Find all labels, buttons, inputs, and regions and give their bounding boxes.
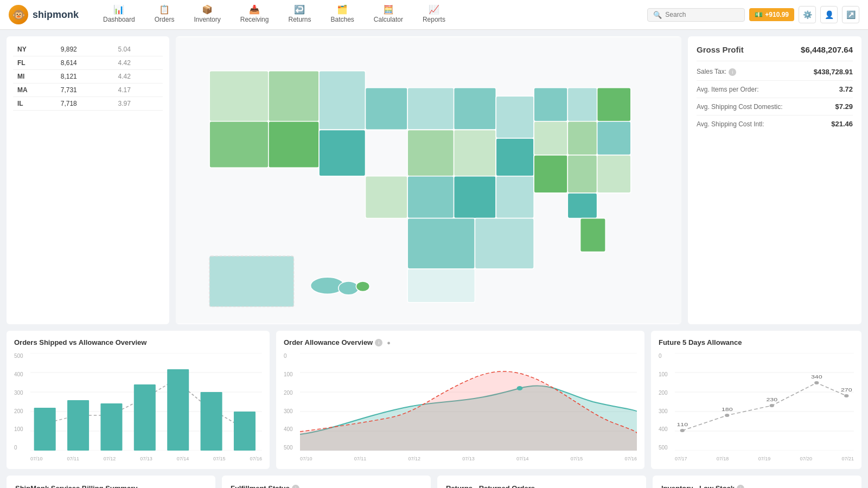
svg-rect-19 [597,121,631,155]
nav-item-reports[interactable]: 📈Reports [413,0,455,30]
svg-rect-4 [365,88,407,130]
svg-text:110: 110 [676,422,688,427]
svg-rect-32 [209,256,293,306]
svg-rect-43 [67,400,89,451]
svg-rect-29 [567,193,597,219]
returns-card: Returns - Returned Orders 🏭 113 [437,476,646,488]
nav-item-receiving[interactable]: 📥Receiving [231,0,279,30]
bottom-row: ShipMonk Services Billing Summary Curren… [7,476,861,488]
state-value: 8,121 [56,70,114,84]
svg-rect-12 [496,96,534,138]
x-label: 07/15 [213,456,226,461]
allowance-x-labels: 07/10 07/11 07/12 07/13 07/14 07/15 07/1… [300,456,637,461]
future-chart-title: Future 5 Days Allowance [659,338,854,346]
state-table-row: NY9,8925.04 [13,43,163,56]
stat-row: Avg. Shipping Cost Intl:$21.46 [697,115,853,132]
shipped-vs-allowance-chart: Orders Shipped vs Allowance Overview 010… [7,331,270,469]
dollar-icon: 💵 [755,11,763,18]
nav-item-inventory[interactable]: 📦Inventory [184,0,230,30]
nav-item-dashboard[interactable]: 📊Dashboard [93,0,145,30]
shipped-svg [30,353,262,451]
svg-point-34 [339,281,359,295]
nav-item-returns[interactable]: ↩️Returns [278,0,321,30]
shipped-x-labels: 07/1007/1107/1207/1307/1407/1507/16 [30,456,262,461]
stat-label: Avg. Shipping Cost Domestic: [697,103,783,111]
state-value: 8,614 [56,56,114,70]
search-input[interactable] [665,11,739,18]
y-label: 400 [14,371,29,377]
x-label: 07/10 [30,456,43,461]
svg-rect-47 [201,392,222,451]
inventory-title: Inventory - Low Stock [661,484,735,488]
x-label: 07/13 [140,456,152,461]
user-button[interactable]: 👤 [820,6,838,23]
svg-rect-27 [407,218,475,268]
logout-button[interactable]: ↗️ [842,6,859,23]
svg-text:340: 340 [811,374,822,380]
receiving-icon: 📥 [249,4,260,15]
settings-button[interactable]: ⚙️ [799,6,816,23]
calculator-label: Calculator [374,16,403,23]
search-box[interactable]: 🔍 [647,8,745,22]
svg-rect-7 [319,130,365,176]
svg-rect-1 [209,71,269,121]
logo[interactable]: 🐵 shipmonk [9,5,85,24]
svg-point-66 [844,394,848,397]
svg-rect-46 [167,369,189,451]
svg-rect-26 [597,155,631,193]
svg-rect-8 [407,88,454,130]
orders-label: Orders [155,16,175,23]
billing-card: ShipMonk Services Billing Summary Curren… [7,476,215,488]
stat-info-icon[interactable]: i [729,68,736,76]
state-pct: 4.17 [114,84,163,97]
state-table: NY9,8925.04FL8,6144.42MI8,1214.42MA7,731… [13,43,163,111]
order-allowance-chart: Order Allowance Overview i ● 500 400 300… [276,331,644,469]
allowance-chart-area: 500 400 300 200 100 0 [284,353,637,461]
us-map [176,36,681,324]
charts-row: Orders Shipped vs Allowance Overview 010… [7,331,861,469]
nav-item-orders[interactable]: 📋Orders [145,0,184,30]
map-card [176,36,681,324]
allowance-y-labels: 500 400 300 200 100 0 [284,353,299,451]
balance-badge[interactable]: 💵 +910.99 [749,8,794,21]
state-pct: 4.42 [114,70,163,84]
y-label: 500 [14,353,29,359]
future-chart-area: 500 400 300 200 100 0 [659,353,854,461]
stat-value: $21.46 [831,120,853,128]
receiving-label: Receiving [240,16,269,23]
dashboard-label: Dashboard [103,16,135,23]
allowance-chart-title: Order Allowance Overview [284,338,373,346]
svg-rect-9 [454,88,496,130]
shipped-chart-title: Orders Shipped vs Allowance Overview [14,338,262,346]
svg-rect-17 [534,121,567,155]
state-value: 9,892 [56,43,114,56]
svg-rect-23 [496,176,534,219]
inventory-info-icon[interactable]: i [737,485,744,488]
svg-text:180: 180 [722,407,733,412]
search-icon: 🔍 [653,11,662,19]
nav-right: 🔍 💵 +910.99 ⚙️ 👤 ↗️ [647,6,859,23]
x-label: 07/14 [177,456,189,461]
svg-rect-24 [534,155,567,193]
allowance-info-icon[interactable]: i [375,339,382,346]
fulfillment-info-icon[interactable]: i [292,485,299,488]
svg-rect-2 [269,71,319,121]
state-table-card: NY9,8925.04FL8,6144.42MI8,1214.42MA7,731… [7,36,169,324]
dashboard-icon: 📊 [113,4,124,15]
nav-item-batches[interactable]: 🗂️Batches [321,0,364,30]
x-label: 07/11 [67,456,79,461]
svg-rect-13 [496,138,534,176]
state-code: IL [13,97,56,111]
stat-label: Sales Tax:i [697,68,736,76]
future-5days-chart: Future 5 Days Allowance 500 400 300 200 … [651,331,861,469]
future-svg: 110 180 230 340 270 [675,353,854,451]
future-x-labels: 07/17 07/18 07/19 07/20 07/21 [675,456,854,461]
state-code: MI [13,70,56,84]
nav-item-calculator[interactable]: 🧮Calculator [364,0,413,30]
svg-rect-21 [407,176,454,219]
svg-rect-42 [34,408,56,451]
svg-rect-5 [209,121,269,168]
shipped-chart-area: 0100200300400500 [14,353,262,461]
state-table-row: IL7,7183.97 [13,97,163,111]
svg-rect-6 [269,121,319,168]
